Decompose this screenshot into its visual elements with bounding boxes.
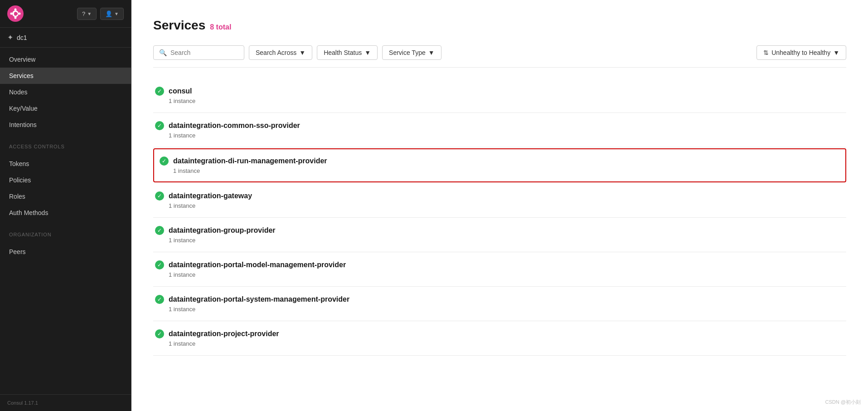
sort-button[interactable]: ⇅ Unhealthy to Healthy ▼ — [756, 45, 846, 60]
sidebar-item-intentions[interactable]: Intentions — [0, 117, 131, 133]
dc-icon: ✦ — [7, 33, 13, 42]
sort-icon: ⇅ — [763, 49, 769, 56]
health-ok-icon: ✓ — [155, 121, 164, 130]
organization-section-label: Organization — [0, 225, 131, 240]
logo-area: C — [7, 5, 24, 22]
service-instances: 1 instance — [155, 98, 844, 104]
service-instances: 1 instance — [155, 202, 844, 209]
service-name: dataintegration-gateway — [169, 192, 252, 200]
health-ok-icon: ✓ — [160, 157, 169, 166]
sidebar-item-overview[interactable]: Overview — [0, 51, 131, 68]
search-input[interactable] — [170, 49, 238, 56]
sidebar-item-peers[interactable]: Peers — [0, 244, 131, 260]
service-instances: 1 instance — [155, 340, 844, 347]
main-content: Services 8 total 🔍 Search Across ▼ Healt… — [131, 0, 868, 411]
service-name: dataintegration-portal-model-management-… — [169, 261, 346, 269]
page-title: Services — [153, 18, 205, 33]
organization-nav: Peers — [0, 240, 131, 264]
service-item[interactable]: ✓dataintegration-gateway1 instance — [153, 183, 846, 218]
service-name: dataintegration-common-sso-provider — [169, 122, 300, 130]
user-icon: 👤 — [105, 10, 112, 17]
user-button[interactable]: 👤 ▼ — [100, 8, 124, 20]
health-ok-icon: ✓ — [155, 295, 164, 304]
health-ok-icon: ✓ — [155, 329, 164, 338]
service-name-row: ✓dataintegration-di-run-management-provi… — [160, 157, 840, 166]
watermark: CSDN @初小刻 — [825, 399, 861, 406]
service-name: dataintegration-project-provider — [169, 330, 279, 338]
service-name: dataintegration-group-provider — [169, 226, 276, 235]
service-instances: 1 instance — [155, 306, 844, 313]
help-chevron-icon: ▼ — [87, 11, 92, 16]
service-list: ✓consul1 instance✓dataintegration-common… — [153, 78, 846, 356]
header-controls: ? ▼ 👤 ▼ — [77, 8, 124, 20]
help-icon: ? — [82, 10, 85, 17]
sidebar-item-services[interactable]: Services — [0, 68, 131, 84]
user-chevron-icon: ▼ — [114, 11, 119, 16]
service-item[interactable]: ✓dataintegration-common-sso-provider1 in… — [153, 113, 846, 147]
service-instances: 1 instance — [155, 271, 844, 278]
help-button[interactable]: ? ▼ — [77, 8, 97, 20]
consul-version: Consul 1.17.1 — [7, 400, 38, 406]
dc-label: dc1 — [17, 34, 27, 41]
service-name-row: ✓consul — [155, 87, 844, 96]
service-name: dataintegration-portal-system-management… — [169, 295, 349, 303]
search-icon: 🔍 — [159, 49, 167, 56]
service-type-chevron-icon: ▼ — [428, 49, 435, 56]
svg-point-4 — [15, 17, 17, 19]
service-name-row: ✓dataintegration-project-provider — [155, 329, 844, 338]
search-across-label: Search Across — [256, 49, 296, 56]
health-status-label: Health Status — [324, 49, 362, 56]
sort-label: Unhealthy to Healthy — [771, 49, 830, 56]
service-name-row: ✓dataintegration-common-sso-provider — [155, 121, 844, 130]
health-status-button[interactable]: Health Status ▼ — [317, 45, 378, 60]
sidebar-item-tokens[interactable]: Tokens — [0, 156, 131, 172]
search-across-chevron-icon: ▼ — [299, 49, 305, 56]
service-item[interactable]: ✓dataintegration-di-run-management-provi… — [153, 148, 846, 182]
sort-chevron-icon: ▼ — [833, 49, 839, 56]
service-item[interactable]: ✓dataintegration-portal-system-managemen… — [153, 287, 846, 321]
sidebar-item-nodes[interactable]: Nodes — [0, 84, 131, 100]
service-item[interactable]: ✓dataintegration-project-provider1 insta… — [153, 321, 846, 356]
sidebar-footer: Consul 1.17.1 — [0, 394, 131, 411]
service-instances: 1 instance — [160, 167, 840, 174]
access-controls-section-label: Access Controls — [0, 137, 131, 152]
service-name-row: ✓dataintegration-portal-model-management… — [155, 260, 844, 269]
main-nav: Overview Services Nodes Key/Value Intent… — [0, 48, 131, 137]
access-controls-nav: Tokens Policies Roles Auth Methods — [0, 152, 131, 225]
health-ok-icon: ✓ — [155, 87, 164, 96]
service-type-label: Service Type — [389, 49, 426, 56]
health-ok-icon: ✓ — [155, 226, 164, 235]
sidebar-item-keyvalue[interactable]: Key/Value — [0, 100, 131, 117]
svg-point-5 — [10, 13, 13, 15]
service-name-row: ✓dataintegration-group-provider — [155, 226, 844, 235]
consul-logo: C — [7, 5, 24, 22]
sidebar-item-roles[interactable]: Roles — [0, 188, 131, 205]
service-type-button[interactable]: Service Type ▼ — [382, 45, 441, 60]
search-box[interactable]: 🔍 — [153, 45, 244, 60]
filters-row: 🔍 Search Across ▼ Health Status ▼ Servic… — [153, 45, 846, 68]
svg-point-3 — [15, 9, 17, 11]
dc-selector[interactable]: ✦ dc1 — [0, 28, 131, 48]
service-item[interactable]: ✓consul1 instance — [153, 78, 846, 113]
service-instances: 1 instance — [155, 237, 844, 244]
sidebar-header: C ? ▼ 👤 ▼ — [0, 0, 131, 28]
health-ok-icon: ✓ — [155, 260, 164, 269]
sidebar: C ? ▼ 👤 ▼ ✦ dc1 Overview — [0, 0, 131, 411]
service-name: consul — [169, 87, 192, 95]
svg-point-6 — [19, 13, 21, 15]
sidebar-item-policies[interactable]: Policies — [0, 172, 131, 188]
health-status-chevron-icon: ▼ — [364, 49, 371, 56]
service-item[interactable]: ✓dataintegration-group-provider1 instanc… — [153, 218, 846, 252]
service-name: dataintegration-di-run-management-provid… — [173, 157, 327, 165]
service-name-row: ✓dataintegration-gateway — [155, 191, 844, 201]
service-name-row: ✓dataintegration-portal-system-managemen… — [155, 295, 844, 304]
search-across-button[interactable]: Search Across ▼ — [249, 45, 312, 60]
health-ok-icon: ✓ — [155, 191, 164, 201]
service-item[interactable]: ✓dataintegration-portal-model-management… — [153, 252, 846, 287]
sidebar-item-auth-methods[interactable]: Auth Methods — [0, 205, 131, 221]
page-count: 8 total — [210, 23, 231, 31]
page-title-area: Services 8 total — [153, 18, 846, 33]
service-instances: 1 instance — [155, 132, 844, 139]
